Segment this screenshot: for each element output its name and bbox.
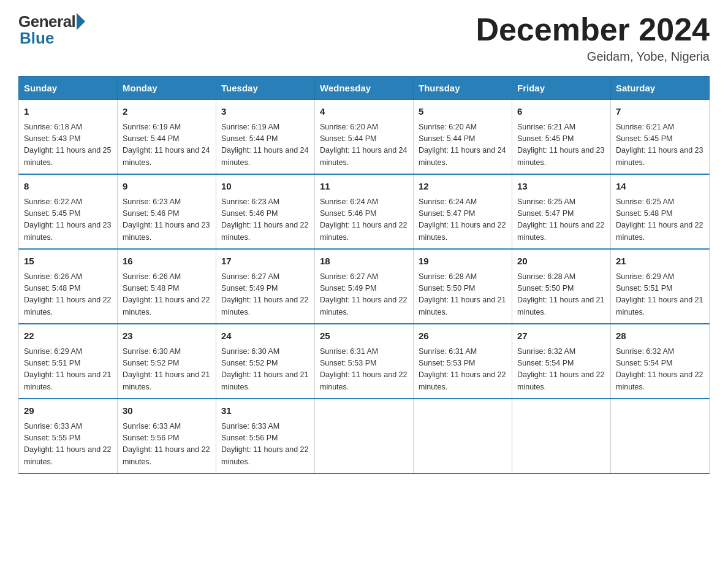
day-number: 27 [517,329,605,343]
calendar-cell: 27Sunrise: 6:32 AMSunset: 5:54 PMDayligh… [512,324,611,399]
calendar-cell: 4Sunrise: 6:20 AMSunset: 5:44 PMDaylight… [315,100,414,175]
day-info: Sunrise: 6:27 AMSunset: 5:49 PMDaylight:… [221,271,309,319]
calendar-cell: 15Sunrise: 6:26 AMSunset: 5:48 PMDayligh… [19,249,118,324]
calendar-cell: 22Sunrise: 6:29 AMSunset: 5:51 PMDayligh… [19,324,118,399]
calendar-cell: 29Sunrise: 6:33 AMSunset: 5:55 PMDayligh… [19,399,118,473]
calendar-cell: 9Sunrise: 6:23 AMSunset: 5:46 PMDaylight… [118,174,216,249]
calendar-cell: 2Sunrise: 6:19 AMSunset: 5:44 PMDaylight… [118,100,216,175]
day-info: Sunrise: 6:18 AMSunset: 5:43 PMDaylight:… [24,121,112,169]
calendar-cell: 13Sunrise: 6:25 AMSunset: 5:47 PMDayligh… [512,174,611,249]
column-header-friday: Friday [512,77,611,100]
day-info: Sunrise: 6:30 AMSunset: 5:52 PMDaylight:… [221,346,309,394]
day-number: 14 [616,180,704,194]
day-number: 16 [123,255,211,269]
calendar-cell: 10Sunrise: 6:23 AMSunset: 5:46 PMDayligh… [216,174,315,249]
day-number: 12 [419,180,507,194]
day-info: Sunrise: 6:33 AMSunset: 5:55 PMDaylight:… [24,421,112,469]
calendar-cell: 30Sunrise: 6:33 AMSunset: 5:56 PMDayligh… [118,399,216,473]
day-number: 10 [221,180,309,194]
day-info: Sunrise: 6:28 AMSunset: 5:50 PMDaylight:… [419,271,507,319]
calendar-cell: 1Sunrise: 6:18 AMSunset: 5:43 PMDaylight… [19,100,118,175]
day-info: Sunrise: 6:25 AMSunset: 5:48 PMDaylight:… [616,196,704,244]
calendar-cell: 7Sunrise: 6:21 AMSunset: 5:45 PMDaylight… [611,100,710,175]
calendar-week-2: 8Sunrise: 6:22 AMSunset: 5:45 PMDaylight… [19,174,710,249]
day-info: Sunrise: 6:21 AMSunset: 5:45 PMDaylight:… [616,121,704,169]
day-info: Sunrise: 6:19 AMSunset: 5:44 PMDaylight:… [221,121,309,169]
day-number: 8 [24,180,112,194]
column-header-wednesday: Wednesday [315,77,414,100]
column-header-sunday: Sunday [19,77,118,100]
day-info: Sunrise: 6:27 AMSunset: 5:49 PMDaylight:… [320,271,408,319]
calendar-cell: 8Sunrise: 6:22 AMSunset: 5:45 PMDaylight… [19,174,118,249]
day-info: Sunrise: 6:33 AMSunset: 5:56 PMDaylight:… [123,421,211,469]
month-title: December 2024 [476,12,710,47]
column-header-tuesday: Tuesday [216,77,315,100]
calendar-cell: 31Sunrise: 6:33 AMSunset: 5:56 PMDayligh… [216,399,315,473]
day-number: 21 [616,255,704,269]
calendar-week-1: 1Sunrise: 6:18 AMSunset: 5:43 PMDaylight… [19,100,710,175]
calendar-cell [315,399,414,473]
day-number: 31 [221,404,309,418]
calendar-cell: 21Sunrise: 6:29 AMSunset: 5:51 PMDayligh… [611,249,710,324]
calendar-table: SundayMondayTuesdayWednesdayThursdayFrid… [18,76,710,474]
calendar-cell [512,399,611,473]
location-text: Geidam, Yobe, Nigeria [476,50,710,64]
calendar-cell [611,399,710,473]
day-number: 19 [419,255,507,269]
day-number: 13 [517,180,605,194]
column-header-monday: Monday [118,77,216,100]
calendar-cell: 14Sunrise: 6:25 AMSunset: 5:48 PMDayligh… [611,174,710,249]
calendar-cell: 23Sunrise: 6:30 AMSunset: 5:52 PMDayligh… [118,324,216,399]
calendar-cell: 17Sunrise: 6:27 AMSunset: 5:49 PMDayligh… [216,249,315,324]
day-number: 17 [221,255,309,269]
calendar-cell: 20Sunrise: 6:28 AMSunset: 5:50 PMDayligh… [512,249,611,324]
day-info: Sunrise: 6:24 AMSunset: 5:46 PMDaylight:… [320,196,408,244]
day-number: 28 [616,329,704,343]
day-number: 22 [24,329,112,343]
calendar-cell: 16Sunrise: 6:26 AMSunset: 5:48 PMDayligh… [118,249,216,324]
calendar-cell: 11Sunrise: 6:24 AMSunset: 5:46 PMDayligh… [315,174,414,249]
calendar-cell: 18Sunrise: 6:27 AMSunset: 5:49 PMDayligh… [315,249,414,324]
day-number: 7 [616,105,704,119]
day-number: 6 [517,105,605,119]
column-header-thursday: Thursday [414,77,512,100]
day-number: 1 [24,105,112,119]
day-info: Sunrise: 6:29 AMSunset: 5:51 PMDaylight:… [24,346,112,394]
day-info: Sunrise: 6:31 AMSunset: 5:53 PMDaylight:… [419,346,507,394]
day-info: Sunrise: 6:32 AMSunset: 5:54 PMDaylight:… [517,346,605,394]
calendar-week-5: 29Sunrise: 6:33 AMSunset: 5:55 PMDayligh… [19,399,710,473]
day-info: Sunrise: 6:20 AMSunset: 5:44 PMDaylight:… [320,121,408,169]
day-info: Sunrise: 6:29 AMSunset: 5:51 PMDaylight:… [616,271,704,319]
day-number: 30 [123,404,211,418]
day-info: Sunrise: 6:26 AMSunset: 5:48 PMDaylight:… [123,271,211,319]
calendar-cell: 6Sunrise: 6:21 AMSunset: 5:45 PMDaylight… [512,100,611,175]
day-number: 18 [320,255,408,269]
day-number: 9 [123,180,211,194]
day-number: 25 [320,329,408,343]
day-info: Sunrise: 6:31 AMSunset: 5:53 PMDaylight:… [320,346,408,394]
day-info: Sunrise: 6:25 AMSunset: 5:47 PMDaylight:… [517,196,605,244]
day-number: 15 [24,255,112,269]
calendar-cell: 26Sunrise: 6:31 AMSunset: 5:53 PMDayligh… [414,324,512,399]
day-number: 11 [320,180,408,194]
day-number: 2 [123,105,211,119]
day-number: 24 [221,329,309,343]
day-number: 5 [419,105,507,119]
day-info: Sunrise: 6:30 AMSunset: 5:52 PMDaylight:… [123,346,211,394]
column-header-saturday: Saturday [611,77,710,100]
header-right: December 2024 Geidam, Yobe, Nigeria [476,12,710,64]
day-info: Sunrise: 6:19 AMSunset: 5:44 PMDaylight:… [123,121,211,169]
day-info: Sunrise: 6:28 AMSunset: 5:50 PMDaylight:… [517,271,605,319]
day-number: 29 [24,404,112,418]
day-number: 4 [320,105,408,119]
day-info: Sunrise: 6:23 AMSunset: 5:46 PMDaylight:… [221,196,309,244]
calendar-week-3: 15Sunrise: 6:26 AMSunset: 5:48 PMDayligh… [19,249,710,324]
day-info: Sunrise: 6:32 AMSunset: 5:54 PMDaylight:… [616,346,704,394]
day-info: Sunrise: 6:20 AMSunset: 5:44 PMDaylight:… [419,121,507,169]
calendar-cell: 25Sunrise: 6:31 AMSunset: 5:53 PMDayligh… [315,324,414,399]
day-info: Sunrise: 6:22 AMSunset: 5:45 PMDaylight:… [24,196,112,244]
calendar-cell: 19Sunrise: 6:28 AMSunset: 5:50 PMDayligh… [414,249,512,324]
logo-blue-text: Blue [20,29,54,48]
calendar-cell: 24Sunrise: 6:30 AMSunset: 5:52 PMDayligh… [216,324,315,399]
calendar-cell [414,399,512,473]
